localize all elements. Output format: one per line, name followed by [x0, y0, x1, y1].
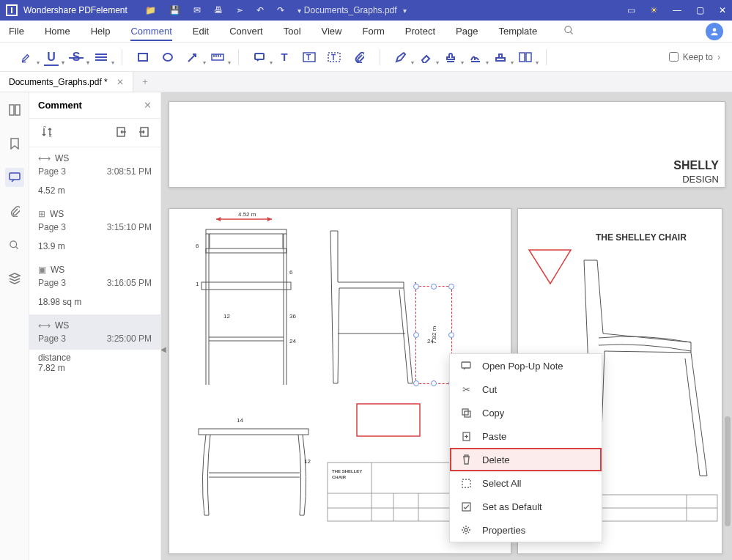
left-icon-strip [0, 92, 29, 560]
sort-icon[interactable]: AZ [41, 126, 53, 138]
select-all-icon [460, 477, 472, 489]
arrow-tool-icon[interactable] [185, 50, 200, 65]
add-tab-icon[interactable]: ＋ [133, 75, 157, 88]
document-pill-label: Documents_Graphs.pdf [304, 5, 397, 15]
comment-item[interactable]: ⊞WS Page 33:15:10 PM [29, 203, 160, 238]
vertical-scrollbar[interactable] [725, 101, 731, 556]
svg-line-1 [571, 32, 573, 34]
layers-icon[interactable] [7, 271, 22, 286]
ctx-select-all[interactable]: Select All [450, 471, 602, 495]
print-icon[interactable]: 🖶 [214, 5, 223, 15]
keep-to-toggle[interactable]: Keep to › [669, 52, 720, 62]
app-title: Wondershare PDFelement [23, 5, 127, 15]
window-controls: ▭ ☀ — ▢ ✕ [627, 5, 726, 15]
theme-toggle-icon[interactable]: ☀ [650, 5, 658, 15]
menu-search-icon[interactable] [563, 25, 574, 38]
svg-rect-34 [206, 229, 286, 234]
textbox-tool-icon[interactable]: T [302, 50, 317, 65]
comments-icon[interactable] [5, 168, 24, 187]
ctx-cut[interactable]: ✂Cut [450, 377, 602, 401]
svg-rect-64 [462, 362, 470, 368]
menu-template[interactable]: Template [498, 26, 537, 37]
maximize-button[interactable]: ▢ [696, 5, 704, 15]
keep-to-checkbox[interactable] [669, 52, 679, 62]
share-icon[interactable]: ➣ [236, 5, 243, 15]
eraser-tool-icon[interactable] [418, 50, 433, 65]
comment-item[interactable]: ▣WS Page 33:16:05 PM [29, 259, 160, 294]
stamp2-tool-icon[interactable] [493, 50, 508, 65]
undo-icon[interactable]: ↶ [256, 5, 264, 15]
document-tab[interactable]: Documents_Graphs.pdf * ✕ [0, 72, 133, 92]
svg-rect-22 [520, 53, 525, 62]
menu-edit[interactable]: Edit [193, 26, 209, 37]
document-tab-label: Documents_Graphs.pdf * [9, 77, 108, 87]
svg-rect-65 [462, 409, 468, 415]
rectangle-tool-icon[interactable] [136, 50, 150, 65]
mail-icon[interactable]: ✉ [193, 5, 201, 15]
svg-point-72 [465, 528, 467, 531]
document-canvas[interactable]: ◀ SHELLY DESIGN [161, 92, 732, 560]
comment-note: 4.52 m [29, 183, 160, 203]
highlight-tool-icon[interactable] [19, 50, 34, 65]
underline-tool-icon[interactable]: U [44, 50, 59, 65]
redo-icon[interactable]: ↷ [277, 5, 284, 15]
comment-item[interactable]: ⟷WS Page 33:08:51 PM [29, 147, 160, 183]
menu-help[interactable]: Help [91, 26, 111, 37]
list-tool-icon[interactable] [94, 50, 108, 65]
menu-file[interactable]: File [9, 26, 24, 37]
menu-protect[interactable]: Protect [405, 26, 435, 37]
signature-tool-icon[interactable] [468, 50, 483, 65]
attachments-icon[interactable] [7, 204, 22, 218]
ctx-open-popup[interactable]: Open Pop-Up Note [450, 354, 602, 377]
close-button[interactable]: ✕ [719, 5, 726, 15]
feedback-icon[interactable]: ▭ [627, 5, 635, 15]
panel-search-icon[interactable] [7, 237, 22, 252]
oval-tool-icon[interactable] [160, 50, 175, 65]
save-icon[interactable]: 💾 [169, 5, 180, 15]
ctx-properties[interactable]: Properties [450, 518, 602, 542]
thumbnails-icon[interactable] [7, 103, 22, 117]
ctx-set-default[interactable]: Set as Default [450, 495, 602, 518]
menu-view[interactable]: View [322, 26, 342, 37]
comment-item[interactable]: ⟷WS Page 33:25:00 PM [29, 314, 160, 350]
svg-point-2 [713, 28, 717, 32]
svg-rect-23 [526, 53, 531, 62]
callout-tool-icon[interactable]: T [327, 50, 341, 65]
text-tool-icon[interactable]: T [277, 50, 292, 65]
user-avatar[interactable] [706, 23, 723, 40]
close-panel-icon[interactable]: ✕ [144, 100, 152, 111]
bookmark-icon[interactable] [7, 136, 22, 151]
ctx-copy[interactable]: Copy [450, 401, 602, 424]
menu-page[interactable]: Page [456, 26, 478, 37]
menu-tool[interactable]: Tool [284, 26, 301, 37]
menu-comment[interactable]: Comment [130, 26, 171, 41]
import-icon[interactable] [117, 127, 127, 137]
menu-home[interactable]: Home [45, 26, 70, 37]
pencil-tool-icon[interactable] [393, 50, 408, 65]
close-tab-icon[interactable]: ✕ [117, 77, 124, 87]
ctx-paste[interactable]: Paste [450, 424, 602, 448]
svg-rect-25 [15, 105, 20, 115]
svg-text:THE SHELLEY: THE SHELLEY [332, 469, 362, 474]
svg-rect-6 [138, 54, 147, 61]
menu-form[interactable]: Form [363, 26, 385, 37]
minimize-button[interactable]: — [673, 5, 681, 15]
attachment-tool-icon[interactable] [352, 50, 366, 65]
trash-icon [460, 454, 472, 465]
svg-point-27 [10, 240, 17, 247]
svg-rect-46 [199, 429, 308, 435]
distance-tool-icon[interactable] [210, 50, 225, 65]
stamp-tool-icon[interactable] [443, 50, 458, 65]
document-pill[interactable]: ▾ Documents_Graphs.pdf ▾ [297, 5, 407, 15]
export-icon[interactable] [138, 127, 149, 137]
strikethrough-tool-icon[interactable]: S [69, 50, 84, 65]
compare-tool-icon[interactable] [518, 50, 533, 65]
note-tool-icon[interactable] [252, 50, 267, 65]
ctx-delete[interactable]: Delete [450, 448, 602, 471]
collapse-panel-icon[interactable]: ◀ [161, 345, 166, 353]
svg-rect-24 [10, 105, 14, 115]
menu-convert[interactable]: Convert [229, 26, 263, 37]
measurement-selection[interactable]: 7.82 m [415, 286, 452, 384]
open-folder-icon[interactable]: 📁 [145, 5, 156, 15]
chevron-right-icon: › [717, 52, 720, 62]
